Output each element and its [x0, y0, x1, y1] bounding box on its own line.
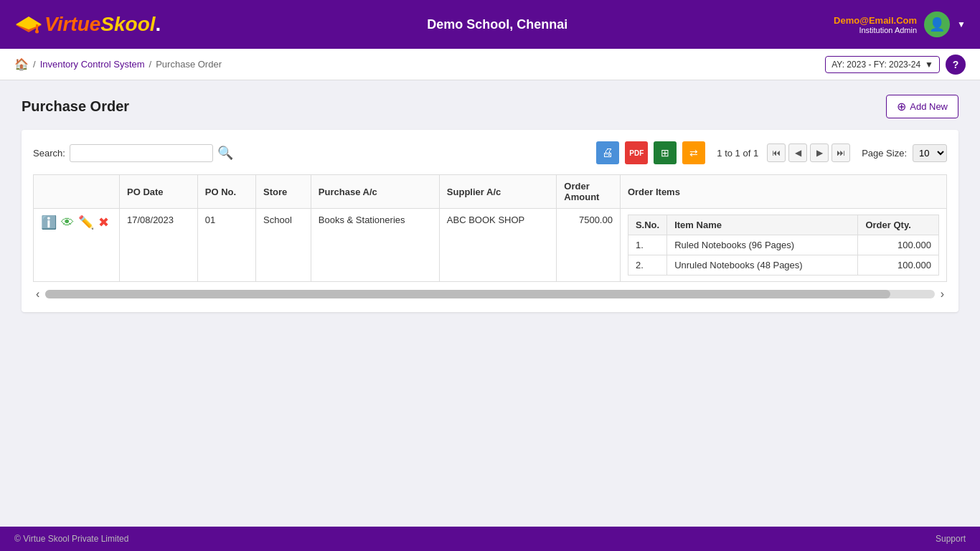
td-item-name-2: Unruled Notebooks (48 Pages) — [667, 255, 858, 276]
td-item-qty-2: 100.000 — [858, 255, 939, 276]
breadcrumb-sep-1: / — [33, 59, 36, 70]
fy-dropdown-arrow: ▼ — [925, 60, 933, 70]
nav-last-button[interactable]: ⏭ — [831, 143, 850, 162]
logo: VirtueSkool. — [14, 12, 161, 37]
th-item-sno: S.No. — [628, 215, 666, 235]
pdf-icon: PDF — [629, 149, 644, 157]
td-order-items: S.No. Item Name Order Qty. 1. Ruled Note… — [620, 209, 946, 282]
excel-icon: ⊞ — [661, 147, 669, 159]
th-store: Store — [256, 175, 311, 209]
table-toolbar: Search: 🔍 🖨 PDF ⊞ ⇄ — [33, 141, 947, 164]
order-item-row-2: 2. Unruled Notebooks (48 Pages) 100.000 — [628, 255, 938, 276]
nav-next-button[interactable]: ▶ — [810, 143, 829, 162]
user-details: Demo@Email.Com Institution Admin — [834, 15, 917, 34]
td-po-date: 17/08/2023 — [120, 209, 198, 282]
help-button[interactable]: ? — [946, 55, 966, 75]
user-email: Demo@Email.Com — [834, 15, 917, 26]
svg-point-3 — [35, 30, 39, 34]
table-row: ℹ️ 👁 ✏️ ✖ 17/08/2023 01 School Books & S… — [34, 209, 947, 282]
scroll-track[interactable] — [45, 290, 934, 298]
pagination-info: 1 to 1 of 1 — [711, 148, 764, 159]
order-item-row-1: 1. Ruled Notebooks (96 Pages) 100.000 — [628, 235, 938, 255]
add-new-label: Add New — [910, 101, 948, 112]
table-scroll-container: PO Date PO No. Store Purchase A/c Suppli… — [33, 174, 947, 282]
user-info-area[interactable]: Demo@Email.Com Institution Admin 👤 ▼ — [834, 11, 966, 37]
search-icon: 🔍 — [217, 146, 233, 160]
data-table: PO Date PO No. Store Purchase A/c Suppli… — [33, 174, 947, 282]
page-size-select[interactable]: 10 25 50 — [913, 144, 947, 162]
td-order-amount: 7500.00 — [557, 209, 621, 282]
th-actions — [34, 175, 120, 209]
td-item-sno-1: 1. — [628, 235, 666, 255]
print-icon: 🖨 — [602, 146, 613, 159]
order-items-table: S.No. Item Name Order Qty. 1. Ruled Note… — [628, 215, 939, 276]
page-header: Purchase Order ⊕ Add New — [22, 95, 958, 118]
th-item-name: Item Name — [667, 215, 858, 235]
order-items-header-row: S.No. Item Name Order Qty. — [628, 215, 938, 235]
fy-label: AY: 2023 - FY: 2023-24 — [831, 60, 920, 70]
table-card: Search: 🔍 🖨 PDF ⊞ ⇄ — [22, 130, 958, 312]
main-content: Purchase Order ⊕ Add New Search: 🔍 🖨 PDF — [0, 80, 980, 326]
edit-button[interactable]: ✏️ — [78, 215, 94, 230]
fy-dropdown[interactable]: AY: 2023 - FY: 2023-24 ▼ — [825, 56, 940, 73]
logo-skool: Skool — [100, 13, 155, 36]
export-button[interactable]: ⇄ — [682, 141, 705, 164]
breadcrumb-inventory[interactable]: Inventory Control System — [40, 59, 145, 70]
td-store: School — [256, 209, 311, 282]
td-po-no: 01 — [197, 209, 255, 282]
breadcrumb-sep-2: / — [149, 59, 152, 70]
breadcrumb-current: Purchase Order — [156, 59, 222, 70]
page-size-label: Page Size: — [862, 148, 907, 159]
nav-prev-button[interactable]: ◀ — [788, 143, 807, 162]
td-supplier-ac: ABC BOOK SHOP — [439, 209, 556, 282]
td-actions: ℹ️ 👁 ✏️ ✖ — [34, 209, 120, 282]
td-purchase-ac: Books & Stationeries — [311, 209, 439, 282]
breadcrumb: 🏠 / Inventory Control System / Purchase … — [14, 57, 222, 71]
th-order-amount: OrderAmount — [557, 175, 621, 209]
user-dropdown-arrow[interactable]: ▼ — [957, 19, 966, 29]
nav-first-button[interactable]: ⏮ — [767, 143, 786, 162]
search-input[interactable] — [70, 144, 213, 162]
add-new-button[interactable]: ⊕ Add New — [886, 95, 958, 118]
th-supplier-ac: Supplier A/c — [439, 175, 556, 209]
scroll-left-arrow[interactable]: ‹ — [33, 288, 42, 301]
td-item-sno-2: 2. — [628, 255, 666, 276]
td-item-qty-1: 100.000 — [858, 235, 939, 255]
th-order-items: Order Items — [620, 175, 946, 209]
toolbar-right: 🖨 PDF ⊞ ⇄ 1 to 1 of 1 ⏮ ◀ ▶ ⏭ — [596, 141, 947, 164]
avatar-icon: 👤 — [929, 17, 945, 32]
delete-button[interactable]: ✖ — [98, 215, 109, 230]
scroll-bar-area: ‹ › — [33, 288, 947, 301]
search-area: Search: 🔍 — [33, 144, 233, 162]
th-po-date: PO Date — [120, 175, 198, 209]
th-po-no: PO No. — [197, 175, 255, 209]
td-item-name-1: Ruled Notebooks (96 Pages) — [667, 235, 858, 255]
home-icon[interactable]: 🏠 — [14, 57, 29, 71]
user-role: Institution Admin — [834, 26, 917, 34]
th-item-qty: Order Qty. — [858, 215, 939, 235]
excel-button[interactable]: ⊞ — [654, 141, 677, 164]
table-header-row: PO Date PO No. Store Purchase A/c Suppli… — [34, 175, 947, 209]
logo-dot: . — [156, 13, 161, 36]
logo-virtue: Virtue — [44, 13, 100, 36]
page-title: Purchase Order — [22, 98, 129, 115]
breadcrumb-bar: 🏠 / Inventory Control System / Purchase … — [0, 49, 980, 80]
search-button[interactable]: 🔍 — [217, 145, 233, 161]
print-button[interactable]: 🖨 — [596, 141, 619, 164]
pdf-button[interactable]: PDF — [625, 141, 648, 164]
info-button[interactable]: ℹ️ — [41, 215, 57, 230]
scroll-right-arrow[interactable]: › — [938, 288, 947, 301]
pagination: 1 to 1 of 1 ⏮ ◀ ▶ ⏭ — [711, 143, 850, 162]
view-button[interactable]: 👁 — [61, 215, 74, 230]
app-header: VirtueSkool. Demo School, Chennai Demo@E… — [0, 0, 980, 49]
th-purchase-ac: Purchase A/c — [311, 175, 439, 209]
export-icon: ⇄ — [689, 147, 698, 159]
avatar[interactable]: 👤 — [924, 11, 950, 37]
school-name: Demo School, Chennai — [427, 17, 567, 32]
actions-cell: ℹ️ 👁 ✏️ ✖ — [41, 215, 112, 230]
search-label: Search: — [33, 148, 65, 159]
add-new-icon: ⊕ — [897, 100, 906, 113]
fy-selector[interactable]: AY: 2023 - FY: 2023-24 ▼ ? — [825, 55, 966, 75]
